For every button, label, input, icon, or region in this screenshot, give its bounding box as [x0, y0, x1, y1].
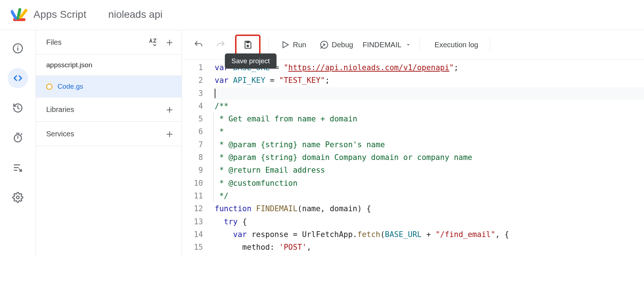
- add-library-icon[interactable]: ＋: [164, 104, 175, 115]
- nav-editor[interactable]: [8, 68, 28, 88]
- file-item[interactable]: appsscript.json: [36, 55, 182, 76]
- debug-label: Debug: [332, 41, 353, 49]
- editor-toolbar: Run Debug FINDEMAIL Execution log Save p…: [182, 30, 644, 59]
- left-nav: [0, 30, 36, 256]
- apps-script-logo-icon: [11, 6, 28, 23]
- debug-button[interactable]: Debug: [316, 37, 357, 53]
- files-section-header: Files ＋: [36, 30, 182, 55]
- sort-az-icon[interactable]: [148, 37, 158, 48]
- save-button[interactable]: [239, 37, 256, 53]
- svg-point-11: [16, 196, 19, 199]
- svg-rect-12: [246, 41, 250, 43]
- services-title: Services: [46, 130, 74, 138]
- file-pane: Files ＋ appsscript.json Code.gs Librarie…: [36, 30, 182, 256]
- svg-rect-5: [17, 48, 19, 51]
- files-title: Files: [46, 38, 61, 47]
- toolbar-separator: [490, 38, 490, 51]
- redo-button[interactable]: [212, 37, 229, 53]
- file-name: appsscript.json: [46, 61, 92, 69]
- toolbar-separator: [269, 38, 269, 51]
- nav-history[interactable]: [8, 98, 28, 118]
- execution-log-button[interactable]: Execution log: [428, 37, 482, 53]
- line-gutter: 123456789101112131415: [182, 60, 208, 256]
- project-title[interactable]: nioleads api: [108, 9, 162, 20]
- svg-point-13: [247, 45, 249, 47]
- save-highlight-box: [235, 35, 261, 55]
- add-service-icon[interactable]: ＋: [164, 128, 175, 139]
- run-button[interactable]: Run: [277, 37, 310, 53]
- function-select[interactable]: FINDEMAIL: [363, 41, 412, 49]
- undo-button[interactable]: [190, 37, 207, 53]
- services-section-header: Services ＋: [36, 122, 182, 146]
- add-file-icon[interactable]: ＋: [164, 37, 175, 48]
- svg-marker-14: [283, 41, 289, 48]
- nav-executions[interactable]: [8, 157, 28, 178]
- svg-rect-6: [17, 46, 19, 47]
- nav-settings[interactable]: [8, 187, 28, 208]
- toolbar-separator: [420, 38, 420, 51]
- product-name: Apps Script: [33, 9, 86, 20]
- svg-marker-16: [323, 43, 326, 47]
- libraries-section-header: Libraries ＋: [36, 97, 182, 122]
- unsaved-indicator-icon: [46, 84, 52, 90]
- code-content[interactable]: var BASE_URL = "https://api.nioleads.com…: [208, 60, 644, 256]
- code-editor[interactable]: 123456789101112131415 var BASE_URL = "ht…: [182, 59, 644, 256]
- run-label: Run: [293, 41, 306, 49]
- nav-overview[interactable]: [8, 38, 28, 59]
- file-name: Code.gs: [57, 83, 83, 91]
- libraries-title: Libraries: [46, 105, 74, 114]
- file-item[interactable]: Code.gs: [36, 76, 182, 97]
- chevron-down-icon: [405, 41, 412, 48]
- app-header: Apps Script nioleads api: [0, 0, 644, 30]
- nav-triggers[interactable]: [8, 128, 28, 148]
- save-tooltip: Save project: [225, 53, 277, 69]
- editor-area: Run Debug FINDEMAIL Execution log Save p…: [182, 30, 644, 256]
- function-select-value: FINDEMAIL: [363, 41, 402, 49]
- execution-log-label: Execution log: [434, 41, 478, 49]
